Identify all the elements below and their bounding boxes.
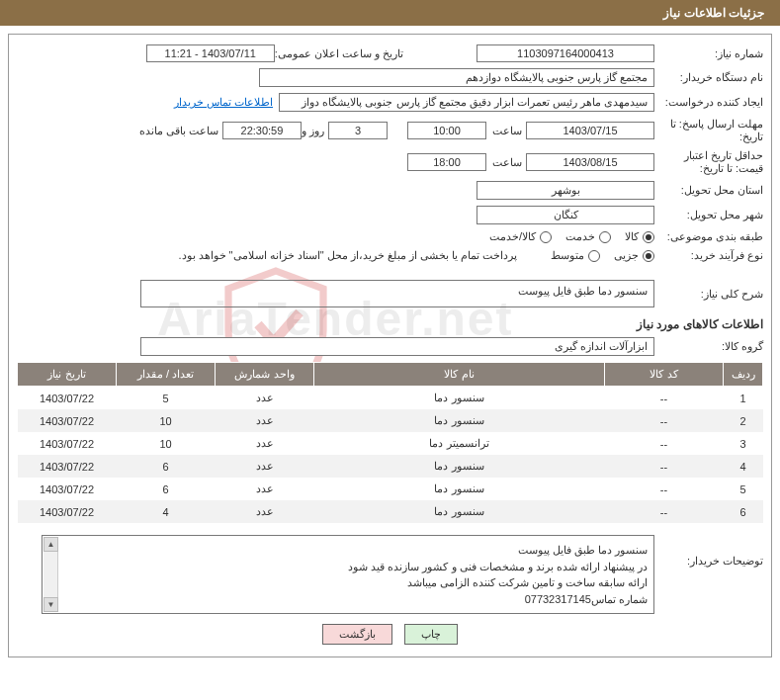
cell-code: -- [605,432,724,455]
need-no-label: شماره نیاز: [654,47,763,60]
province-value: بوشهر [477,181,654,200]
days-left: 3 [328,122,388,139]
cell-qty: 5 [117,387,216,410]
requester-label: ایجاد کننده درخواست: [654,96,763,109]
province-label: استان محل تحویل: [654,184,763,197]
cell-unit: عدد [216,409,314,432]
service-text: خدمت [565,230,595,243]
table-row: 3--ترانسمیتر دماعدد101403/07/22 [18,432,763,455]
resp-time: 10:00 [407,122,486,139]
cell-code: -- [605,409,724,432]
cell-qty: 4 [117,500,216,523]
cell-date: 1403/07/22 [18,409,117,432]
cell-unit: عدد [216,432,314,455]
payment-note: پرداخت تمام یا بخشی از مبلغ خرید،از محل … [178,249,517,262]
cell-date: 1403/07/22 [18,432,117,455]
radio-service[interactable]: خدمت [565,230,611,243]
overall-box: سنسور دما طبق فایل پیوست [140,280,654,307]
valid-time: 18:00 [407,153,486,171]
th-date: تاریخ نیاز [18,363,117,387]
cell-unit: عدد [216,500,314,523]
cell-name: سنسور دما [314,500,605,523]
overall-text: سنسور دما طبق فایل پیوست [518,285,648,297]
cell-unit: عدد [216,455,314,478]
cell-no: 4 [724,455,763,478]
city-label: شهر محل تحویل: [654,209,763,221]
radio-icon [599,231,611,243]
back-button[interactable]: بازگشت [322,624,392,645]
cell-no: 2 [724,409,763,432]
buyer-comment-box[interactable]: ▲ ▼ سنسور دما طبق فایل پیوست در پیشنهاد … [42,535,654,614]
table-row: 4--سنسور دماعدد61403/07/22 [18,455,763,478]
buyer-value: مجتمع گاز پارس جنوبی پالایشگاه دوازدهم [259,68,654,87]
comment-l3: ارائه سابقه ساخت و تامین شرکت کننده الزا… [48,574,648,591]
cell-code: -- [605,387,724,410]
cell-unit: عدد [216,478,314,500]
table-row: 6--سنسور دماعدد41403/07/22 [18,500,763,523]
cell-qty: 10 [117,409,216,432]
cell-name: سنسور دما [314,387,605,410]
city-value: کنگان [477,206,654,224]
page-header: جزئیات اطلاعات نیاز [0,0,780,26]
cell-no: 1 [724,387,763,410]
cell-name: سنسور دما [314,478,605,500]
group-label: گروه کالا: [654,340,763,353]
cell-no: 5 [724,478,763,500]
cell-date: 1403/07/22 [18,455,117,478]
radio-icon [643,231,654,243]
comment-l4: شماره تماس07732317145 [48,591,648,608]
cell-date: 1403/07/22 [18,478,117,500]
process-label: نوع فرآیند خرید: [654,249,763,262]
radio-partial[interactable]: جزیی [614,249,654,262]
comment-l1: سنسور دما طبق فایل پیوست [48,542,648,559]
cell-date: 1403/07/22 [18,387,117,410]
buyer-label: نام دستگاه خریدار: [654,71,763,84]
overall-label: شرح کلی نیاز: [654,288,763,301]
valid-date: 1403/08/15 [526,153,654,171]
cell-date: 1403/07/22 [18,500,117,523]
medium-text: متوسط [551,249,584,262]
cell-name: ترانسمیتر دما [314,432,605,455]
cell-code: -- [605,478,724,500]
days-and: روز و [302,125,324,137]
page-title: جزئیات اطلاعات نیاز [663,6,764,20]
cell-code: -- [605,500,724,523]
goods-text: کالا [625,230,639,243]
hour-label-1: ساعت [486,125,526,137]
cell-code: -- [605,455,724,478]
clock-left: 22:30:59 [222,122,302,139]
contact-link[interactable]: اطلاعات تماس خریدار [174,96,273,109]
radio-medium[interactable]: متوسط [551,249,600,262]
valid-label: حداقل تاریخ اعتبار قیمت: تا تاریخ: [654,149,763,175]
print-button[interactable]: چاپ [404,624,458,645]
radio-goods-service[interactable]: کالا/خدمت [489,230,552,243]
table-row: 2--سنسور دماعدد101403/07/22 [18,409,763,432]
radio-goods[interactable]: کالا [625,230,654,243]
cell-qty: 10 [117,432,216,455]
hour-label-2: ساعت [486,156,526,169]
th-row: ردیف [724,363,763,387]
scroll-up-icon[interactable]: ▲ [43,537,58,552]
scrollbar[interactable]: ▲ ▼ [43,537,58,612]
cell-no: 6 [724,500,763,523]
announce-label: تاریخ و ساعت اعلان عمومی: [275,47,403,60]
th-qty: تعداد / مقدار [117,363,216,387]
scroll-down-icon[interactable]: ▼ [43,597,58,612]
cell-unit: عدد [216,387,314,410]
th-code: کد کالا [605,363,724,387]
partial-text: جزیی [614,249,639,262]
resp-label: مهلت ارسال پاسخ: تا تاریخ: [654,118,763,143]
table-row: 1--سنسور دماعدد51403/07/22 [18,387,763,410]
goods-info-title: اطلاعات کالاهای مورد نیاز [17,317,763,331]
group-value: ابزارآلات اندازه گیری [140,337,654,356]
cell-name: سنسور دما [314,455,605,478]
goods-service-text: کالا/خدمت [489,230,536,243]
comment-l2: در پیشنهاد ارائه شده برند و مشخصات فنی و… [48,559,648,575]
cell-no: 3 [724,432,763,455]
th-name: نام کالا [314,363,605,387]
table-row: 5--سنسور دماعدد61403/07/22 [18,478,763,500]
goods-table: ردیف کد کالا نام کالا واحد شمارش تعداد /… [17,362,763,523]
classify-label: طبقه بندی موضوعی: [654,230,763,243]
cell-name: سنسور دما [314,409,605,432]
cell-qty: 6 [117,455,216,478]
